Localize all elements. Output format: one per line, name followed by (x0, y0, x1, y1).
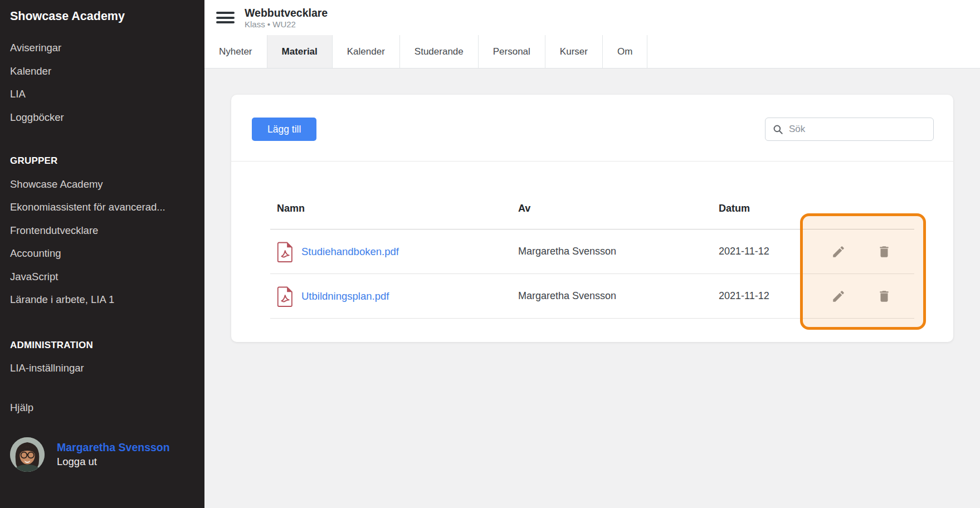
hamburger-icon (216, 12, 235, 14)
logout-link[interactable]: Logga ut (57, 455, 170, 469)
sidebar-groups-nav: Showcase Academy Ekonomiassistent för av… (10, 173, 194, 311)
tab-studerande[interactable]: Studerande (400, 35, 479, 68)
user-block: Margaretha Svensson Logga ut (10, 437, 194, 472)
pencil-icon (831, 289, 846, 304)
menu-toggle-button[interactable] (216, 12, 235, 23)
sidebar: Showcase Academy Aviseringar Kalender LI… (0, 0, 204, 508)
user-name-link[interactable]: Margaretha Svensson (57, 440, 170, 455)
add-button[interactable]: Lägg till (252, 118, 316, 141)
pencil-icon (831, 245, 846, 259)
column-header-av: Av (518, 162, 719, 229)
user-info: Margaretha Svensson Logga ut (57, 440, 170, 469)
table-row: Studiehandboken.pdf Margaretha Svensson … (270, 229, 914, 274)
trash-icon (877, 245, 891, 259)
sidebar-item-lia[interactable]: LIA (10, 82, 194, 106)
topbar: Webbutvecklare Klass • WU22 (204, 0, 980, 35)
tab-personal[interactable]: Personal (479, 35, 545, 68)
tab-bar: Nyheter Material Kalender Studerande Per… (204, 35, 980, 69)
table-row: Utbildningsplan.pdf Margaretha Svensson … (270, 274, 914, 319)
sidebar-section-administration: ADMINISTRATION (10, 334, 194, 357)
avatar-photo (10, 437, 45, 472)
delete-button[interactable] (877, 289, 891, 304)
search-box (765, 118, 934, 141)
file-cell: Utbildningsplan.pdf (277, 286, 518, 307)
tab-om[interactable]: Om (603, 35, 647, 68)
sidebar-item-lia-installningar[interactable]: LIA-inställningar (10, 356, 194, 380)
author-cell: Margaretha Svensson (518, 229, 719, 274)
trash-icon (877, 289, 891, 304)
sidebar-item-hjalp[interactable]: Hjälp (10, 396, 194, 419)
delete-button[interactable] (877, 245, 891, 259)
date-cell: 2021-11-12 (719, 229, 800, 274)
sidebar-group-frontendutvecklare[interactable]: Frontendutvecklare (10, 219, 194, 242)
author-cell: Margaretha Svensson (518, 274, 719, 319)
tab-nyheter[interactable]: Nyheter (204, 35, 267, 68)
sidebar-admin-nav: LIA-inställningar (10, 356, 194, 380)
card-toolbar: Lägg till (231, 95, 953, 162)
column-header-namn: Namn (270, 162, 518, 229)
sidebar-item-aviseringar[interactable]: Aviseringar (10, 36, 194, 60)
sidebar-section-grupper: GRUPPER (10, 149, 194, 173)
content-area: Lägg till Namn Av Datu (204, 69, 980, 508)
sidebar-item-loggbocker[interactable]: Loggböcker (10, 106, 194, 129)
sidebar-main-nav: Aviseringar Kalender LIA Loggböcker (10, 36, 194, 129)
files-table: Namn Av Datum (270, 162, 914, 319)
search-input[interactable] (789, 124, 926, 135)
table-header-row: Namn Av Datum (270, 162, 914, 229)
page-title-block: Webbutvecklare Klass • WU22 (245, 7, 328, 29)
file-link[interactable]: Studiehandboken.pdf (301, 246, 399, 258)
tab-kurser[interactable]: Kurser (545, 35, 603, 68)
tab-kalender[interactable]: Kalender (333, 35, 400, 68)
sidebar-group-javascript[interactable]: JavaScript (10, 265, 194, 289)
pdf-file-icon (277, 286, 294, 307)
edit-button[interactable] (831, 245, 846, 259)
pdf-file-icon (277, 241, 294, 262)
sidebar-group-showcase-academy[interactable]: Showcase Academy (10, 173, 194, 196)
user-avatar[interactable] (10, 437, 45, 472)
files-table-wrap: Namn Av Datum (270, 162, 914, 319)
sidebar-group-ekonomiassistent[interactable]: Ekonomiassistent för avancerad... (10, 196, 194, 219)
column-header-datum: Datum (719, 162, 800, 229)
main-area: Webbutvecklare Klass • WU22 Nyheter Mate… (204, 0, 980, 508)
app-title: Showcase Academy (10, 8, 194, 25)
actions-cell (800, 245, 914, 259)
sidebar-group-larande-lia1[interactable]: Lärande i arbete, LIA 1 (10, 288, 194, 311)
file-link[interactable]: Utbildningsplan.pdf (301, 290, 389, 302)
material-card: Lägg till Namn Av Datu (231, 95, 953, 342)
edit-button[interactable] (831, 289, 846, 304)
sidebar-group-accounting[interactable]: Accounting (10, 242, 194, 265)
sidebar-item-kalender[interactable]: Kalender (10, 60, 194, 83)
file-cell: Studiehandboken.pdf (277, 241, 518, 262)
actions-cell (800, 289, 914, 304)
page-subtitle: Klass • WU22 (245, 19, 328, 29)
page-title: Webbutvecklare (245, 7, 328, 19)
sidebar-help-nav: Hjälp (10, 396, 194, 419)
search-icon (773, 124, 783, 135)
tab-material[interactable]: Material (267, 35, 333, 68)
date-cell: 2021-11-12 (719, 274, 800, 319)
column-header-actions (800, 162, 914, 229)
